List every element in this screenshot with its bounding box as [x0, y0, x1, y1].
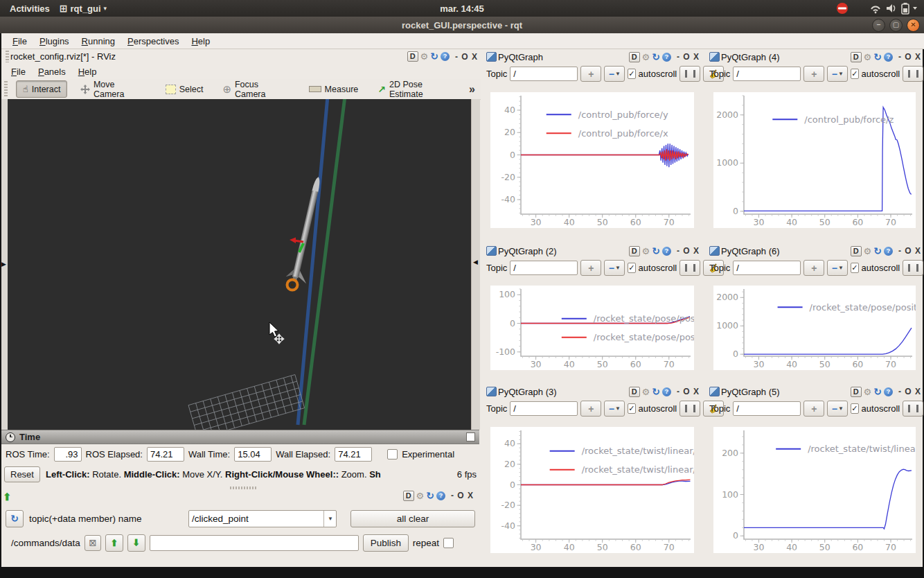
settings-icon[interactable]: ⚙ — [864, 387, 872, 396]
plot-twist-linear-z[interactable]: 01002003040506070/rocket_state/twist/lin… — [713, 427, 916, 553]
pause-button[interactable] — [679, 66, 700, 82]
plot-control-force-z[interactable]: 0100020003040506070/control_pub/force/z — [713, 92, 916, 228]
topic-input[interactable] — [510, 67, 578, 81]
dock-button[interactable]: D — [629, 387, 640, 397]
panel-up-arrow-icon[interactable]: ⬆ — [3, 491, 12, 503]
minimize-button[interactable]: – — [872, 19, 885, 32]
collapse-left-icon[interactable]: ◀ — [473, 259, 478, 265]
topic-input[interactable] — [733, 261, 801, 275]
repeat-checkbox[interactable] — [443, 538, 454, 548]
window-buttons[interactable]: - O X — [677, 387, 700, 396]
window-buttons[interactable]: - O X — [898, 246, 921, 256]
rviz-menu-file[interactable]: File — [6, 65, 31, 78]
plot-position-z[interactable]: 0100020003040506070/rocket_state/pose/po… — [713, 286, 916, 370]
settings-icon[interactable]: ⚙ — [642, 387, 650, 396]
topic-input[interactable] — [733, 67, 801, 81]
menu-plugins[interactable]: Plugins — [34, 35, 75, 48]
ros-elapsed-value[interactable]: 74.21 — [147, 447, 184, 462]
topic-input[interactable] — [510, 401, 578, 416]
pause-button[interactable] — [679, 260, 700, 276]
remove-topic-button[interactable]: −▼ — [604, 66, 625, 82]
menu-file[interactable]: File — [7, 35, 33, 48]
help-icon[interactable]: ? — [662, 247, 671, 256]
pause-button[interactable] — [903, 260, 923, 276]
publisher-settings-icon[interactable]: ⚙ — [416, 491, 425, 500]
reload-icon[interactable]: ↻ — [652, 387, 660, 396]
reload-icon[interactable]: ↻ — [873, 53, 882, 62]
maximize-button[interactable]: ▢ — [889, 19, 903, 32]
add-topic-button[interactable]: + — [580, 66, 601, 82]
remove-topic-button[interactable]: −▼ — [827, 401, 848, 417]
help-icon[interactable]: ? — [884, 247, 893, 256]
rviz-drag-handle[interactable] — [6, 51, 9, 62]
tool-select[interactable]: Select — [159, 82, 210, 97]
topic-input[interactable] — [510, 261, 578, 275]
right-collapse-strip[interactable]: ◀ — [471, 99, 480, 430]
rviz-menu-panels[interactable]: Panels — [33, 65, 71, 78]
all-clear-button[interactable]: all clear — [350, 510, 475, 527]
publisher-drag-handle[interactable] — [230, 487, 258, 489]
publish-button[interactable]: Publish — [363, 534, 409, 552]
system-tray-icons[interactable] — [828, 1, 918, 15]
help-icon[interactable]: ? — [884, 387, 893, 396]
tool-move-camera[interactable]: Move Camera — [74, 77, 152, 102]
autoscroll-checkbox[interactable]: ✓ — [851, 69, 858, 79]
tool-2d-pose-estimate[interactable]: ↗2D Pose Estimate — [371, 77, 462, 102]
move-down-button[interactable]: ⬆ — [127, 534, 145, 552]
time-panel-float-button[interactable] — [466, 432, 475, 441]
ros-time-value[interactable]: .93 — [54, 447, 82, 462]
tool-interact[interactable]: ☝Interact — [16, 80, 68, 98]
topic-combobox-caret-icon[interactable]: ▼ — [323, 511, 333, 527]
dock-button[interactable]: D — [629, 246, 640, 256]
dock-button[interactable]: D — [851, 52, 862, 62]
publisher-help-icon[interactable]: ? — [436, 491, 445, 500]
dock-button[interactable]: D — [851, 246, 862, 256]
help-icon[interactable]: ? — [662, 387, 671, 396]
wall-elapsed-value[interactable]: 74.21 — [335, 447, 372, 462]
dock-button[interactable]: D — [851, 387, 862, 397]
topic-combobox[interactable]: /clicked_point ▼ — [188, 510, 337, 527]
reset-button[interactable]: Reset — [4, 466, 40, 482]
dock-button[interactable]: D — [629, 52, 640, 62]
remove-topic-button[interactable]: −▼ — [827, 260, 848, 276]
menu-help[interactable]: Help — [186, 35, 215, 48]
add-topic-button[interactable]: + — [803, 66, 824, 82]
help-icon[interactable]: ? — [884, 53, 893, 62]
rviz-3d-viewport[interactable] — [8, 99, 471, 430]
settings-icon[interactable]: ⚙ — [864, 53, 872, 62]
clock[interactable]: mar. 14:45 — [0, 3, 924, 14]
wall-time-value[interactable]: 15.04 — [234, 447, 272, 462]
time-panel-header[interactable]: Time — [1, 430, 479, 444]
close-button[interactable]: ✕ — [907, 19, 920, 32]
toolbar-drag-handle[interactable] — [4, 81, 8, 97]
window-buttons[interactable]: - O X — [677, 246, 700, 256]
window-buttons[interactable]: - O X — [677, 52, 700, 62]
remove-topic-button[interactable]: ⊠ — [85, 535, 101, 551]
reload-icon[interactable]: ↻ — [873, 387, 882, 396]
tool-focus-camera[interactable]: ⊕Focus Camera — [216, 77, 295, 102]
menu-running[interactable]: Running — [76, 35, 121, 48]
window-buttons[interactable]: - O X — [898, 387, 921, 396]
rviz-dock-button[interactable]: D — [407, 51, 418, 62]
command-value-input[interactable] — [150, 535, 359, 551]
publisher-dock-button[interactable]: D — [403, 491, 414, 501]
app-menu-button[interactable]: rqt_gui — [71, 3, 101, 14]
remove-topic-button[interactable]: −▼ — [827, 66, 848, 82]
pause-button[interactable] — [903, 66, 923, 82]
reload-icon[interactable]: ↻ — [652, 53, 660, 62]
window-buttons[interactable]: - O X — [898, 52, 921, 62]
pause-button[interactable] — [679, 401, 700, 417]
toolbar-overflow-button[interactable]: » — [469, 83, 475, 96]
autoscroll-checkbox[interactable]: ✓ — [851, 263, 858, 273]
settings-icon[interactable]: ⚙ — [642, 53, 650, 62]
topic-input[interactable] — [733, 401, 801, 416]
reload-icon[interactable]: ↻ — [873, 247, 882, 256]
tool-measure[interactable]: Measure — [303, 82, 365, 97]
add-topic-button[interactable]: + — [803, 260, 824, 276]
activities-button[interactable]: Activities — [0, 3, 60, 14]
reload-icon[interactable]: ↻ — [652, 247, 660, 256]
rviz-window-buttons[interactable]: - O X — [455, 52, 478, 62]
refresh-topics-button[interactable]: ↻ — [6, 510, 24, 527]
rviz-title-bar[interactable]: rocket_config.rviz[*] - RViz D ⚙ ↻ ? - O… — [1, 49, 485, 64]
menu-perspectives[interactable]: Perspectives — [122, 35, 184, 48]
